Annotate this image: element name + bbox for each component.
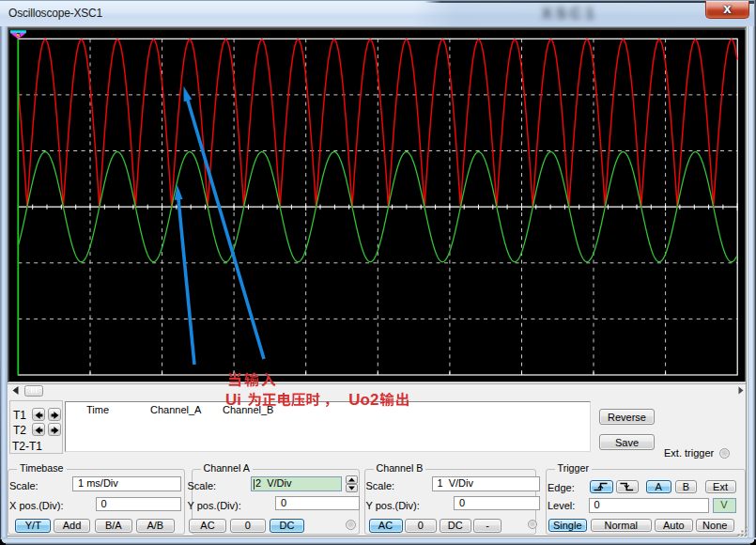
svg-text:Ui: Ui <box>225 391 241 409</box>
svg-text:Uo2: Uo2 <box>348 391 378 409</box>
